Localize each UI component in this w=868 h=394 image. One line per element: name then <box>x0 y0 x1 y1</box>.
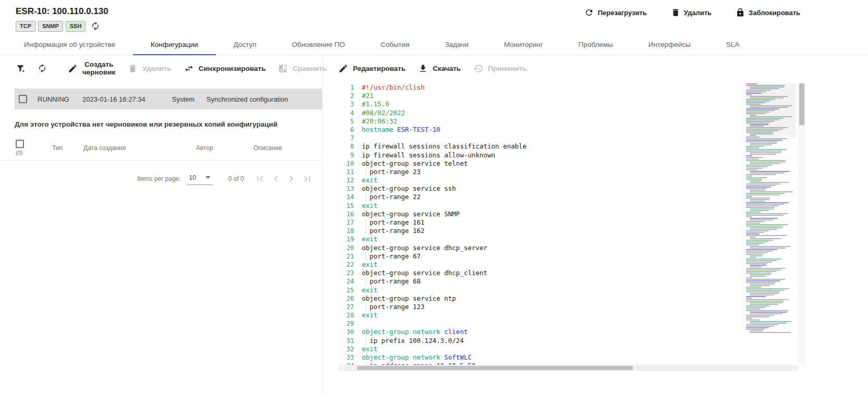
code-line: ip firewall sessions classification enab… <box>362 142 527 151</box>
select-all-checkbox[interactable] <box>16 140 24 148</box>
edit-config-label: Редактировать <box>353 65 406 72</box>
minimap-line <box>746 187 771 188</box>
minimap-line <box>750 332 791 333</box>
row-checkbox[interactable] <box>19 95 27 103</box>
tab[interactable]: Обновление ПО <box>274 34 363 55</box>
download-config-button[interactable]: Скачать <box>418 64 461 73</box>
tab[interactable]: Информация об устройстве <box>6 34 133 55</box>
tab[interactable]: Мониторинг <box>486 34 561 55</box>
minimap-line <box>750 163 780 164</box>
refresh-icon <box>38 64 47 73</box>
page-size-select[interactable]: 10 <box>187 173 213 185</box>
minimap-line <box>750 330 763 331</box>
minimap-line <box>746 158 759 159</box>
column-header-description: Описание <box>253 144 322 152</box>
tab[interactable]: Интерфейсы <box>631 34 708 55</box>
first-page-icon <box>254 173 266 184</box>
minimap-line <box>750 284 775 285</box>
minimap-line <box>746 288 789 289</box>
tab[interactable]: SLA <box>708 34 757 55</box>
minimap-line <box>746 174 776 175</box>
config-editor[interactable]: 1234567891011121314151617181920212223242… <box>338 82 805 371</box>
vertical-scrollbar[interactable] <box>798 82 805 365</box>
minimap-line <box>746 224 788 225</box>
line-number: 3 <box>338 100 354 108</box>
minimap-line <box>746 269 781 270</box>
code-line: object-group service dhcp_server <box>362 244 527 252</box>
code-line: #21 <box>362 92 527 100</box>
minimap-line <box>746 249 777 250</box>
running-config-row[interactable]: RUNNING 2023-01-16 16:27:34 System Synch… <box>15 89 322 109</box>
minimap-line <box>746 298 752 299</box>
tab[interactable]: Доступ <box>216 34 274 55</box>
paginator: Items per page: 10 0 of 0 <box>0 161 322 187</box>
minimap-line <box>746 232 764 233</box>
line-number: 19 <box>338 235 354 243</box>
tab-label: Обновление ПО <box>292 41 345 48</box>
minimap-line <box>750 257 756 258</box>
compare-button: Сравнить <box>278 64 326 73</box>
tab[interactable]: Проблемы <box>561 34 631 55</box>
line-number: 7 <box>338 134 354 142</box>
horizontal-scrollbar[interactable] <box>338 365 798 371</box>
chevron-right-icon <box>286 173 297 184</box>
minimap-line <box>746 319 760 321</box>
minimap-line <box>746 252 768 253</box>
line-number: 2 <box>338 92 354 100</box>
column-header-type: Тип <box>52 144 83 152</box>
code-line: object-group service ssh <box>362 184 527 193</box>
indent-guide <box>362 193 370 201</box>
code-line: port-range 68 <box>362 277 527 286</box>
minimap-line <box>750 323 787 324</box>
minimap-line <box>746 296 766 297</box>
config-created: 2023-01-16 16:27:34 <box>82 95 172 103</box>
line-number: 28 <box>338 311 354 319</box>
line-number: 20 <box>338 244 354 252</box>
vertical-scrollbar-thumb[interactable] <box>799 83 804 125</box>
tab[interactable]: Задачи <box>427 34 486 55</box>
minimap-line <box>746 305 770 306</box>
tab[interactable]: Конфигурации <box>133 34 216 55</box>
refresh-availability-button[interactable] <box>91 21 100 31</box>
minimap-line <box>750 285 770 286</box>
tab[interactable]: События <box>363 34 427 55</box>
minimap-line <box>750 182 789 183</box>
tab-label: Информация об устройстве <box>24 41 115 48</box>
code-line: port-range 162 <box>362 227 527 235</box>
block-device-label: Заблокировать <box>749 9 800 17</box>
tab-label: События <box>381 41 410 48</box>
code-line: #1.15.0 <box>362 100 527 108</box>
synchronize-button[interactable]: Синхронизировать <box>184 64 266 73</box>
protocol-badges: TCP SNMP SSH <box>16 21 85 32</box>
horizontal-scrollbar-thumb[interactable] <box>357 366 633 370</box>
minimap-line <box>750 294 774 296</box>
minimap[interactable] <box>746 83 796 364</box>
minimap-line <box>750 144 772 145</box>
minimap-line <box>750 248 786 249</box>
minimap-line <box>750 229 777 230</box>
delete-device-button[interactable]: Удалить <box>671 8 712 17</box>
minimap-line <box>746 241 768 242</box>
code-line: hostname ESR-TEST-10 <box>362 126 527 134</box>
line-number: 5 <box>338 117 354 126</box>
create-draft-button[interactable]: Создать черновик <box>68 60 115 76</box>
code-line: exit <box>362 286 527 294</box>
minimap-line <box>750 154 776 155</box>
block-device-button[interactable]: Заблокировать <box>736 8 800 17</box>
minimap-line <box>746 176 752 177</box>
minimap-line <box>746 268 786 269</box>
minimap-line <box>750 237 756 238</box>
refresh-list-button[interactable] <box>38 64 47 73</box>
minimap-line <box>750 162 785 163</box>
minimap-line <box>746 177 767 178</box>
history-icon <box>473 64 483 73</box>
minimap-line <box>746 262 772 263</box>
minimap-line <box>750 219 773 220</box>
trash-icon <box>128 64 138 73</box>
reload-device-button[interactable]: Перезагрузить <box>584 8 646 17</box>
device-actions: Перезагрузить Удалить Заблокировать <box>584 8 800 17</box>
filter-button[interactable] <box>16 64 25 73</box>
minimap-line <box>746 223 760 224</box>
minimap-line <box>746 301 784 302</box>
edit-config-button[interactable]: Редактировать <box>338 64 406 73</box>
